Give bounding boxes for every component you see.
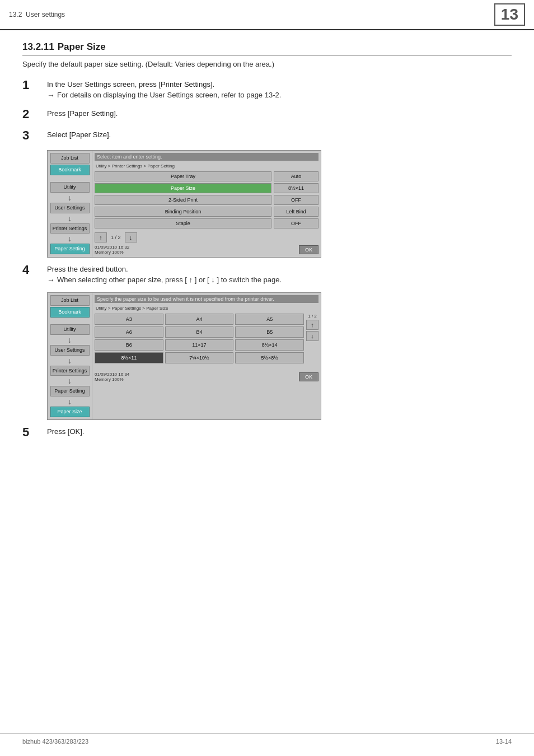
- ss1-staple-btn[interactable]: Staple: [95, 218, 271, 228]
- ss2-printer-settings-btn[interactable]: Printer Settings: [50, 366, 90, 376]
- ss2-paper-setting-btn[interactable]: Paper Setting: [50, 386, 90, 396]
- ss2-dot-3: ↓: [68, 377, 72, 385]
- ss1-2sided-btn[interactable]: 2-Sided Print: [95, 195, 271, 205]
- section-title: Paper Size: [58, 41, 106, 52]
- ss2-size-row-1: A6 B4 B5: [95, 326, 304, 338]
- ss1-row-4: Staple OFF: [95, 218, 318, 228]
- footer-right: 13-14: [496, 738, 512, 745]
- ss1-row-0: Paper Tray Auto: [95, 171, 318, 181]
- ss2-datetime: 01/09/2010 16:34 Memory 100%: [95, 372, 129, 382]
- ss2-paper-size-btn[interactable]: Paper Size: [50, 407, 90, 417]
- ss1-printer-settings-btn[interactable]: Printer Settings: [50, 223, 90, 234]
- header-section-num: 13.2: [9, 11, 22, 18]
- ss1-row-3: Binding Position Left Bind: [95, 207, 318, 217]
- ss1-main: Select item and enter setting. Utility >…: [92, 151, 321, 257]
- ss2-a4-btn[interactable]: A4: [165, 314, 234, 325]
- page-footer: bizhub 423/363/283/223 13-14: [0, 733, 534, 745]
- ss2-bookmark-btn[interactable]: Bookmark: [50, 307, 90, 318]
- ss1-ok-btn[interactable]: OK: [299, 245, 318, 254]
- ss2-11x17-btn[interactable]: 11×17: [165, 339, 234, 351]
- step-1-arrow: → For details on displaying the User Set…: [47, 91, 512, 100]
- ss1-date: 01/09/2010 16:32: [95, 245, 129, 250]
- ss2-grid-area: A3 A4 A5 A6 B4 B5 B6 11×: [95, 314, 318, 365]
- ss1-bookmark-btn[interactable]: Bookmark: [50, 165, 90, 175]
- ss1-sidebar: Job List Bookmark Utility ↓ User Setting…: [48, 151, 92, 257]
- ss1-paper-setting-btn[interactable]: Paper Setting: [50, 244, 90, 254]
- ss2-a3-btn[interactable]: A3: [95, 314, 163, 325]
- arrow-icon-4: →: [47, 276, 55, 284]
- ss1-job-list-btn[interactable]: Job List: [50, 153, 90, 164]
- ss2-dot-4: ↓: [68, 398, 72, 405]
- ss2-up-btn[interactable]: ↑: [306, 320, 318, 330]
- ss1-bottom: 01/09/2010 16:32 Memory 100% OK: [95, 242, 318, 255]
- ss1-nav: ↑ 1 / 2 ↓: [95, 232, 318, 242]
- ss2-user-settings-btn[interactable]: User Settings: [50, 345, 90, 356]
- header-chapter-num: 13: [494, 3, 525, 26]
- ss2-date: 01/09/2010 16:34: [95, 372, 129, 377]
- ss2-job-list-btn[interactable]: Job List: [50, 295, 90, 306]
- ss2-main: Specify the paper size to be used when i…: [92, 293, 321, 419]
- step-2-content: Press [Paper Setting].: [47, 108, 512, 120]
- ss2-ok-btn[interactable]: OK: [299, 372, 318, 381]
- ss1-page: 1 / 2: [109, 235, 123, 240]
- ss2-a6-btn[interactable]: A6: [95, 326, 163, 338]
- section-heading: 13.2.11Paper Size: [22, 41, 512, 55]
- ss2-memory: Memory 100%: [95, 377, 129, 382]
- ss1-paper-tray-val: Auto: [274, 171, 318, 181]
- ss1-user-settings-btn[interactable]: User Settings: [50, 203, 90, 213]
- step-5-text: Press [OK].: [47, 427, 512, 436]
- header-section-label: 13.2 User settings: [9, 11, 65, 18]
- step-3: 3 Select [Paper Size].: [22, 129, 512, 142]
- ss2-a5-btn[interactable]: A5: [235, 314, 304, 325]
- ss2-utility-btn[interactable]: Utility: [50, 324, 90, 335]
- ss2-sidebar: Job List Bookmark Utility ↓ User Setting…: [48, 293, 92, 419]
- screenshot-2-container: Job List Bookmark Utility ↓ User Setting…: [47, 292, 512, 420]
- step-1-text: In the User Settings screen, press [Prin…: [47, 80, 512, 88]
- step-3-text: Select [Paper Size].: [47, 130, 512, 139]
- ss2-title: Specify the paper size to be used when i…: [95, 295, 318, 303]
- ss2-7x10-btn[interactable]: 7¼×10½: [165, 352, 234, 363]
- ss2-8x11-btn[interactable]: 8½×11: [95, 352, 163, 363]
- ss1-down-btn[interactable]: ↓: [125, 232, 137, 242]
- step-5: 5 Press [OK].: [22, 426, 512, 439]
- step-4-number: 4: [22, 263, 45, 277]
- ss1-dot-2: ↓: [68, 214, 72, 222]
- ss2-8x14-btn[interactable]: 8½×14: [235, 339, 304, 351]
- page-body: 13.2.11Paper Size Specify the default pa…: [0, 30, 534, 469]
- ss1-paper-tray-btn[interactable]: Paper Tray: [95, 171, 271, 181]
- ss2-page-label: 1 / 2: [308, 314, 317, 319]
- ss1-paper-size-btn[interactable]: Paper Size: [95, 183, 271, 193]
- ss1-utility-btn[interactable]: Utility: [50, 182, 90, 193]
- ss2-b6-btn[interactable]: B6: [95, 339, 163, 351]
- ss1-title: Select item and enter setting.: [95, 153, 318, 161]
- step-4-content: Press the desired button. → When selecti…: [47, 263, 512, 284]
- screenshot-1-container: Job List Bookmark Utility ↓ User Setting…: [47, 150, 512, 258]
- step-1-number: 1: [22, 78, 45, 92]
- ss2-b4-btn[interactable]: B4: [165, 326, 234, 338]
- ss2-size-row-3: 8½×11 7¼×10½ 5½×8½: [95, 352, 304, 363]
- page-header: 13.2 User settings 13: [0, 0, 534, 30]
- step-4-arrow: → When selecting other paper size, press…: [47, 276, 512, 284]
- ss1-dot-1: ↓: [68, 194, 72, 202]
- step-2-number: 2: [22, 108, 45, 121]
- ss2-5x8-btn[interactable]: 5½×8½: [235, 352, 304, 363]
- ss1-memory: Memory 100%: [95, 250, 129, 255]
- ss1-paper-size-val: 8½×11: [274, 183, 318, 193]
- ss2-down-btn[interactable]: ↓: [306, 331, 318, 341]
- ss2-size-row-0: A3 A4 A5: [95, 314, 304, 325]
- screenshot-1: Job List Bookmark Utility ↓ User Setting…: [47, 150, 321, 258]
- step-3-number: 3: [22, 129, 45, 142]
- step-1-arrow-text: For details on displaying the User Setti…: [57, 91, 281, 99]
- ss1-binding-btn[interactable]: Binding Position: [95, 207, 271, 217]
- section-number: 13.2.11: [22, 41, 54, 52]
- ss2-page-nav: 1 / 2 ↑ ↓: [306, 314, 318, 341]
- ss1-up-btn[interactable]: ↑: [95, 232, 107, 242]
- ss1-staple-val: OFF: [274, 218, 318, 228]
- ss1-datetime: 01/09/2010 16:32 Memory 100%: [95, 245, 129, 255]
- step-4: 4 Press the desired button. → When selec…: [22, 263, 512, 284]
- step-2: 2 Press [Paper Setting].: [22, 108, 512, 121]
- screenshot-2: Job List Bookmark Utility ↓ User Setting…: [47, 292, 321, 420]
- ss2-b5-btn[interactable]: B5: [235, 326, 304, 338]
- ss2-bottom: 01/09/2010 16:34 Memory 100% OK: [95, 370, 318, 382]
- step-1-content: In the User Settings screen, press [Prin…: [47, 78, 512, 100]
